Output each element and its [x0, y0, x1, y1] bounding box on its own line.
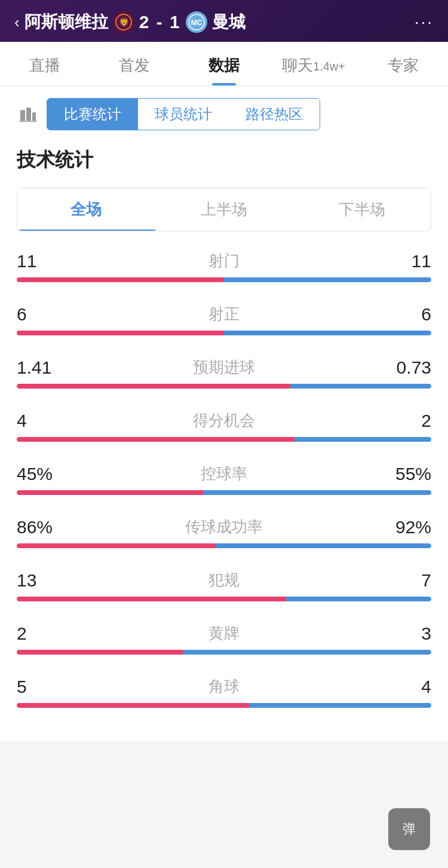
tab-chat[interactable]: 聊天1.4w+ — [269, 42, 358, 85]
stat-values: 1.41 预期进球 0.73 — [17, 357, 431, 378]
stat-bar-home — [17, 597, 286, 601]
stat-bar-home — [17, 437, 294, 442]
float-button[interactable]: 弹 — [388, 808, 430, 850]
stat-bar-away — [290, 384, 431, 389]
stat-label: 射正 — [65, 304, 383, 325]
tab-data[interactable]: 数据 — [179, 42, 269, 85]
svg-rect-6 — [32, 112, 36, 121]
tab-live[interactable]: 直播 — [0, 42, 90, 85]
stat-row: 86% 传球成功率 92% — [17, 516, 431, 548]
stat-label: 黄牌 — [65, 623, 383, 644]
stat-values: 45% 控球率 55% — [17, 463, 431, 484]
stat-right-value: 11 — [383, 251, 431, 271]
match-score: 2 - 1 — [139, 12, 181, 32]
period-full[interactable]: 全场 — [17, 188, 155, 231]
stat-bar — [17, 437, 431, 442]
sub-tab-player-stats[interactable]: 球员统计 — [138, 99, 229, 130]
stat-left-value: 4 — [17, 411, 65, 431]
header-left: ‹ 阿斯顿维拉 🦁 2 - 1 MC 曼城 — [14, 11, 246, 33]
stat-label: 传球成功率 — [65, 516, 383, 537]
stat-bar — [17, 543, 431, 548]
stat-left-value: 6 — [17, 304, 65, 325]
stat-bar-away — [183, 650, 431, 655]
stat-row: 4 得分机会 2 — [17, 410, 431, 442]
stat-label: 射门 — [65, 250, 383, 271]
stat-label: 角球 — [65, 676, 383, 697]
stat-bar-home — [17, 650, 183, 655]
svg-rect-4 — [20, 110, 25, 121]
tab-lineup[interactable]: 首发 — [90, 42, 179, 85]
team-away-name: 曼城 — [212, 11, 246, 33]
stats-icon — [17, 103, 39, 126]
period-selector: 全场 上半场 下半场 — [17, 188, 431, 231]
sub-nav: 比赛统计 球员统计 路径热区 — [17, 98, 431, 130]
stat-bar-home — [17, 543, 216, 548]
stat-left-value: 45% — [17, 464, 65, 484]
sub-tab-heatmap[interactable]: 路径热区 — [229, 99, 320, 130]
stat-bar-away — [216, 543, 431, 548]
team-home-badge: 🦁 — [113, 11, 134, 33]
nav-tabs: 直播 首发 数据 聊天1.4w+ 专家 — [0, 42, 448, 86]
stat-bar — [17, 703, 431, 708]
stat-left-value: 2 — [17, 624, 65, 644]
stat-bar-away — [224, 277, 431, 282]
stat-right-value: 7 — [383, 570, 431, 591]
stat-bar-home — [17, 277, 224, 282]
stat-bar-away — [286, 597, 431, 601]
stat-left-value: 86% — [17, 517, 65, 537]
stat-left-value: 1.41 — [17, 357, 65, 378]
stat-row: 11 射门 11 — [17, 250, 431, 282]
chat-badge: 1.4w+ — [313, 60, 345, 73]
svg-text:🦁: 🦁 — [118, 17, 129, 27]
stat-bar — [17, 490, 431, 495]
stat-right-value: 55% — [383, 464, 431, 484]
svg-rect-5 — [26, 108, 31, 121]
stat-row: 6 射正 6 — [17, 304, 431, 335]
stat-left-value: 5 — [17, 677, 65, 697]
stat-right-value: 0.73 — [383, 357, 431, 378]
stat-bar — [17, 597, 431, 601]
stat-right-value: 2 — [383, 411, 431, 431]
back-button[interactable]: ‹ — [14, 13, 20, 32]
tab-expert[interactable]: 专家 — [358, 42, 448, 85]
team-home-name: 阿斯顿维拉 — [24, 11, 108, 33]
content-area: 比赛统计 球员统计 路径热区 技术统计 全场 上半场 下半场 11 射门 11 … — [0, 86, 448, 741]
stat-right-value: 6 — [383, 304, 431, 325]
more-button[interactable]: ··· — [415, 13, 434, 32]
section-title: 技术统计 — [17, 147, 431, 173]
period-second-half[interactable]: 下半场 — [293, 188, 431, 231]
stat-values: 86% 传球成功率 92% — [17, 516, 431, 537]
stat-label: 犯规 — [65, 570, 383, 591]
stat-right-value: 4 — [383, 677, 431, 697]
stat-left-value: 13 — [17, 570, 65, 591]
sub-tab-match-stats[interactable]: 比赛统计 — [47, 99, 138, 130]
stat-values: 6 射正 6 — [17, 304, 431, 325]
period-first-half[interactable]: 上半场 — [155, 188, 293, 231]
stat-right-value: 3 — [383, 624, 431, 644]
stat-row: 13 犯规 7 — [17, 570, 431, 601]
stat-bar-home — [17, 384, 290, 389]
sub-nav-tabs: 比赛统计 球员统计 路径热区 — [47, 98, 320, 130]
stat-row: 2 黄牌 3 — [17, 623, 431, 655]
stat-bar — [17, 277, 431, 282]
stat-right-value: 92% — [383, 517, 431, 537]
match-title: 阿斯顿维拉 🦁 2 - 1 MC 曼城 — [24, 11, 246, 33]
svg-text:MC: MC — [191, 19, 202, 27]
stat-row: 45% 控球率 55% — [17, 463, 431, 495]
stat-values: 4 得分机会 2 — [17, 410, 431, 431]
stat-bar-home — [17, 490, 203, 495]
stat-label: 得分机会 — [65, 410, 383, 431]
team-away-badge: MC — [186, 11, 207, 33]
stat-bar-away — [249, 703, 431, 708]
stat-label: 预期进球 — [65, 357, 383, 378]
stat-bar-away — [203, 490, 431, 495]
stat-bar-away — [224, 331, 431, 335]
stat-label: 控球率 — [65, 463, 383, 484]
stat-bar-home — [17, 331, 224, 335]
stat-row: 5 角球 4 — [17, 676, 431, 708]
stat-bar — [17, 331, 431, 335]
stat-bar — [17, 384, 431, 389]
stat-values: 11 射门 11 — [17, 250, 431, 271]
stat-left-value: 11 — [17, 251, 65, 271]
stat-values: 2 黄牌 3 — [17, 623, 431, 644]
